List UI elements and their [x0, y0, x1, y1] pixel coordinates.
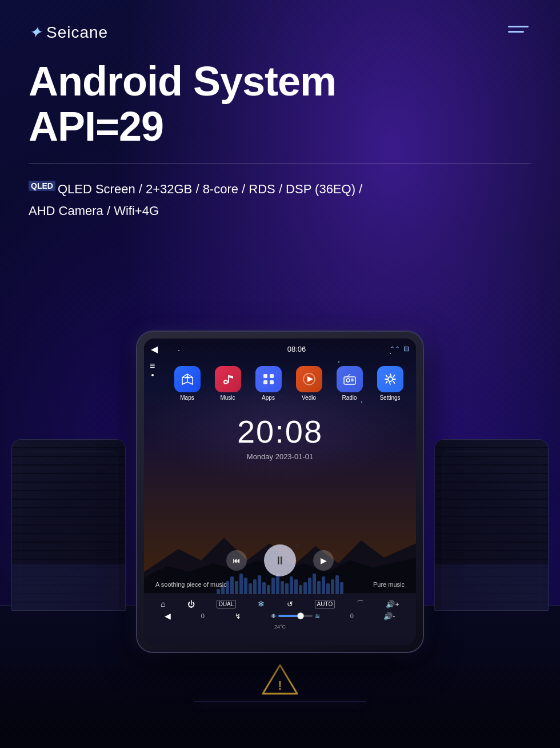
- settings-label: Settings: [379, 395, 400, 401]
- svg-rect-12: [270, 374, 274, 378]
- maps-label: Maps: [180, 395, 194, 401]
- recirculate-btn[interactable]: ↺: [287, 600, 293, 608]
- music-info: A soothing piece of music Pure music: [144, 581, 416, 588]
- menu-button[interactable]: [505, 23, 531, 35]
- play-pause-icon: ⏸: [274, 554, 286, 567]
- divider: [29, 164, 531, 164]
- road-glow: [194, 701, 366, 702]
- genre-label: Pure music: [373, 581, 405, 588]
- temp-value: 24°C: [274, 624, 286, 630]
- svg-point-18: [346, 379, 350, 382]
- logo-symbol: ✦: [29, 23, 42, 42]
- wifi-icon: ⊟: [403, 345, 409, 353]
- svg-marker-16: [307, 376, 313, 382]
- svg-rect-20: [351, 380, 354, 381]
- temp-display: 24°C: [144, 620, 416, 631]
- device-screen[interactable]: ◀ 08:06 ⌃⌃ ⊟ ≡: [144, 339, 416, 645]
- svg-point-22: [388, 377, 393, 381]
- fan-control[interactable]: ❄ ≋: [271, 612, 320, 620]
- status-icons: ⌃⌃ ⊟: [390, 345, 409, 353]
- app-apps[interactable]: Apps: [255, 366, 282, 401]
- fan-right-icon: ≋: [315, 612, 320, 620]
- temp-right: 0: [350, 612, 354, 619]
- warning-triangle: !: [260, 662, 300, 697]
- music-label: Music: [220, 395, 235, 401]
- radio-icon: [337, 366, 363, 392]
- title-line1: Android System: [29, 58, 336, 104]
- track-name: A soothing piece of music: [155, 581, 227, 588]
- title-section: Android System API=29: [29, 59, 531, 149]
- main-title: Android System API=29: [29, 59, 531, 149]
- device-container: ◀ 08:06 ⌃⌃ ⊟ ≡: [0, 332, 560, 652]
- svg-rect-10: [228, 375, 229, 383]
- power-btn[interactable]: ⏻: [187, 600, 195, 608]
- clock-time: 20:08: [144, 413, 416, 450]
- auto-btn[interactable]: AUTO: [315, 600, 335, 608]
- music-note-icon: ♪: [295, 540, 299, 549]
- app-radio[interactable]: Radio: [337, 366, 363, 401]
- app-icons-row: Maps Music: [167, 361, 410, 405]
- device-frame: ◀ 08:06 ⌃⌃ ⊟ ≡: [137, 332, 423, 652]
- next-button[interactable]: ▶: [313, 550, 334, 571]
- app-music[interactable]: Music: [215, 366, 241, 401]
- music-player: ⏮ ⏸ ♪ ▶ A soothing piece of music Pure m…: [144, 544, 416, 588]
- ac-btn[interactable]: ❄: [258, 599, 265, 608]
- dual-btn[interactable]: DUAL: [217, 600, 237, 608]
- radio-label: Radio: [342, 395, 357, 401]
- fan-left-icon: ❄: [271, 612, 276, 620]
- svg-rect-11: [263, 374, 267, 378]
- svg-text:!: !: [278, 678, 282, 693]
- svg-rect-14: [270, 380, 274, 384]
- settings-icon: [377, 366, 403, 392]
- brand-name: Seicane: [46, 23, 108, 42]
- nav-dot: [151, 374, 154, 376]
- header: ✦ Seicane: [29, 23, 531, 42]
- video-label: Vedio: [302, 395, 316, 401]
- defrost-btn[interactable]: ↯: [235, 612, 241, 620]
- back-btn[interactable]: ◀: [165, 611, 171, 620]
- logo: ✦ Seicane: [29, 23, 108, 42]
- temp-left: 0: [201, 612, 205, 619]
- maps-icon: [174, 366, 201, 392]
- app-settings[interactable]: Settings: [377, 366, 403, 401]
- vol-up-btn[interactable]: 🔊+: [386, 600, 399, 608]
- title-line2: API=29: [29, 104, 163, 149]
- status-bar: ◀ 08:06 ⌃⌃ ⊟: [144, 339, 416, 359]
- play-pause-button[interactable]: ⏸ ♪: [264, 544, 296, 576]
- eq-bar: [217, 589, 220, 594]
- main-content: ✦ Seicane Android System API=29 QLEDQLED…: [0, 0, 560, 221]
- specs-line2: AHD Camera / Wifi+4G: [29, 200, 531, 221]
- nav-sidebar[interactable]: ≡: [150, 361, 155, 380]
- app-video[interactable]: Vedio: [296, 366, 322, 401]
- hamburger-line-2: [508, 31, 524, 33]
- signal-icon: ⌃⌃: [390, 345, 400, 353]
- specs-line1: QLEDQLED Screen / 2+32GB / 8-core / RDS …: [29, 178, 531, 200]
- vol-down-btn[interactable]: 🔊-: [383, 612, 395, 620]
- svg-point-9: [225, 381, 227, 383]
- video-icon: [296, 366, 322, 392]
- qled-badge: QLED: [29, 181, 55, 191]
- svg-rect-13: [263, 380, 267, 384]
- app-maps[interactable]: Maps: [174, 366, 201, 401]
- svg-rect-19: [351, 379, 354, 380]
- music-icon: [215, 366, 241, 392]
- back-button[interactable]: ◀: [151, 344, 158, 355]
- clock-display: 20:08 Monday 2023-01-01: [144, 413, 416, 461]
- hamburger-nav-icon[interactable]: ≡: [150, 361, 155, 371]
- mode-btn[interactable]: ⌒: [357, 599, 364, 609]
- fan-slider[interactable]: [278, 615, 313, 617]
- specs-text1: QLED Screen / 2+32GB / 8-core / RDS / DS…: [58, 182, 362, 196]
- clock-date: Monday 2023-01-01: [144, 452, 416, 461]
- music-controls: ⏮ ⏸ ♪ ▶: [144, 544, 416, 576]
- hamburger-line-1: [508, 26, 529, 27]
- bottom-controls: ⌂ ⏻ DUAL ❄ ↺ AUTO ⌒ 🔊+ ◀ 0 ↯ ❄: [144, 594, 416, 645]
- apps-icon: [255, 366, 282, 392]
- control-row-1: ⌂ ⏻ DUAL ❄ ↺ AUTO ⌒ 🔊+: [144, 594, 416, 611]
- status-time: 08:06: [287, 345, 306, 353]
- home-btn[interactable]: ⌂: [161, 599, 165, 608]
- apps-label: Apps: [262, 395, 275, 401]
- prev-button[interactable]: ⏮: [226, 550, 247, 571]
- specs-section: QLEDQLED Screen / 2+32GB / 8-core / RDS …: [29, 178, 531, 221]
